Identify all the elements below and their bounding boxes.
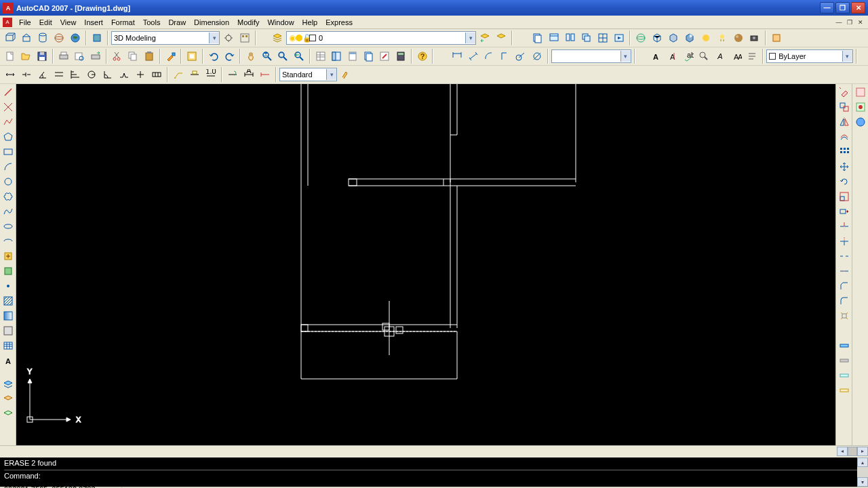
markup-icon[interactable] <box>377 49 392 64</box>
point-icon[interactable] <box>1 279 15 293</box>
spline-icon[interactable] <box>1 205 15 218</box>
rotate-icon[interactable] <box>837 175 851 188</box>
menu-express[interactable]: Express <box>321 17 357 28</box>
layers-palette-icon[interactable] <box>1 378 15 392</box>
leader-icon[interactable] <box>171 67 186 82</box>
dim-edit-icon[interactable] <box>187 67 202 82</box>
named-views-icon[interactable] <box>612 30 627 45</box>
calculator-icon[interactable] <box>393 49 408 64</box>
dropdown-arrow-icon[interactable] <box>465 33 475 43</box>
cascade-icon[interactable] <box>579 30 594 45</box>
dim-baseline-icon[interactable] <box>68 67 83 82</box>
gradient-icon[interactable] <box>1 309 15 323</box>
maximize-button[interactable]: ❐ <box>835 2 850 14</box>
dim-tedit-icon[interactable]: 1.0 <box>203 67 218 82</box>
command-prompt[interactable]: Command: <box>4 470 864 480</box>
dim-quick-icon[interactable] <box>52 67 66 82</box>
color-combo[interactable]: ByLayer <box>766 49 853 63</box>
workspace-combo[interactable]: 3D Modeling <box>111 31 220 45</box>
help-icon[interactable]: ? <box>415 49 430 64</box>
dim-radius-icon[interactable] <box>514 49 529 64</box>
join-icon[interactable] <box>837 264 851 278</box>
ellipse-icon[interactable] <box>1 220 15 233</box>
close-button[interactable]: ✕ <box>851 2 865 14</box>
dim-radius2-icon[interactable] <box>84 67 99 82</box>
ellipse-arc-icon[interactable] <box>1 235 15 248</box>
dim-override-icon[interactable] <box>258 67 273 82</box>
sphere-icon[interactable] <box>52 30 66 45</box>
copy-icon[interactable] <box>125 49 140 64</box>
block-editor-icon[interactable] <box>184 49 199 64</box>
scale-icon[interactable] <box>837 190 851 203</box>
layers-palette2-icon[interactable] <box>1 393 15 407</box>
canvas-hscroll[interactable]: ◂ ▸ <box>0 445 868 456</box>
redo-icon[interactable] <box>222 49 237 64</box>
plot-icon[interactable] <box>56 49 71 64</box>
menu-insert[interactable]: Insert <box>80 17 107 28</box>
save-icon[interactable] <box>35 49 50 64</box>
array-icon[interactable] <box>837 145 851 159</box>
erase-icon[interactable] <box>837 85 851 99</box>
copyobj-icon[interactable] <box>837 100 851 114</box>
dim-update-icon[interactable] <box>225 67 240 82</box>
trim-icon[interactable] <box>837 220 851 233</box>
move-icon[interactable] <box>837 160 851 174</box>
offset-icon[interactable] <box>837 130 851 144</box>
3dorbit-icon[interactable] <box>633 30 648 45</box>
command-window[interactable]: ERASE 2 found Command: ▴ ▾ <box>0 456 868 487</box>
dim-arc-icon[interactable] <box>481 49 496 64</box>
publish2-icon[interactable] <box>88 49 103 64</box>
scroll-down-icon[interactable]: ▾ <box>857 477 868 487</box>
menu-help[interactable]: Help <box>298 17 322 28</box>
dim-linear-icon[interactable] <box>450 49 465 64</box>
scale-text-icon[interactable]: AA <box>729 49 744 64</box>
extrude-icon[interactable] <box>19 30 34 45</box>
doc-close-icon[interactable]: ✕ <box>856 18 865 26</box>
sheetset-icon[interactable] <box>530 30 545 45</box>
layer-lock2-icon[interactable] <box>837 384 851 397</box>
zoom-realtime-icon[interactable]: ± <box>260 49 275 64</box>
new-icon[interactable] <box>3 49 18 64</box>
dropdown-arrow-icon[interactable] <box>842 51 852 62</box>
pan-icon[interactable] <box>243 49 258 64</box>
insert-block-icon[interactable] <box>1 249 15 263</box>
preview-icon[interactable] <box>73 49 87 64</box>
globe-icon[interactable] <box>68 30 83 45</box>
menu-modify[interactable]: Modify <box>233 17 263 28</box>
fillet-icon[interactable] <box>837 294 851 308</box>
box-icon[interactable] <box>3 30 18 45</box>
tile-icon[interactable] <box>563 30 578 45</box>
make-block-icon[interactable] <box>1 264 15 278</box>
window-icon[interactable] <box>547 30 561 45</box>
undo-icon[interactable] <box>206 49 221 64</box>
dropdown-arrow-icon[interactable] <box>326 69 336 80</box>
menu-window[interactable]: Window <box>263 17 298 28</box>
dropdown-arrow-icon[interactable] <box>209 33 219 43</box>
hatch-icon[interactable] <box>1 294 15 308</box>
layer-iso-icon[interactable] <box>837 339 851 352</box>
dim-style-btn-icon[interactable]: A <box>241 67 256 82</box>
circle-icon[interactable] <box>1 175 15 188</box>
explode-icon[interactable] <box>837 309 851 323</box>
break-icon[interactable] <box>837 249 851 263</box>
dim-continue-icon[interactable] <box>19 67 34 82</box>
stretch-icon[interactable] <box>837 205 851 218</box>
materials-icon[interactable] <box>731 30 746 45</box>
menu-draw[interactable]: Draw <box>164 17 190 28</box>
layer-combo[interactable]: ◉ 🔓 0 <box>286 31 476 45</box>
dim-linear2-icon[interactable] <box>3 67 18 82</box>
text-ai-icon[interactable]: A <box>665 49 679 64</box>
et-3-icon[interactable] <box>854 115 867 129</box>
dim-aligned-icon[interactable] <box>466 49 481 64</box>
cylinder-icon[interactable] <box>35 30 50 45</box>
camera-icon[interactable] <box>747 30 762 45</box>
minimize-button[interactable]: — <box>820 2 834 14</box>
polyline-icon[interactable] <box>1 115 15 129</box>
dim-jogged-icon[interactable] <box>117 67 132 82</box>
viewports-icon[interactable] <box>595 30 610 45</box>
construction-line-icon[interactable] <box>1 100 15 114</box>
scroll-thumb[interactable] <box>848 447 857 456</box>
dimstyle-manager-icon[interactable] <box>338 67 353 82</box>
paste-icon[interactable] <box>142 49 157 64</box>
layer-states-icon[interactable] <box>494 30 509 45</box>
